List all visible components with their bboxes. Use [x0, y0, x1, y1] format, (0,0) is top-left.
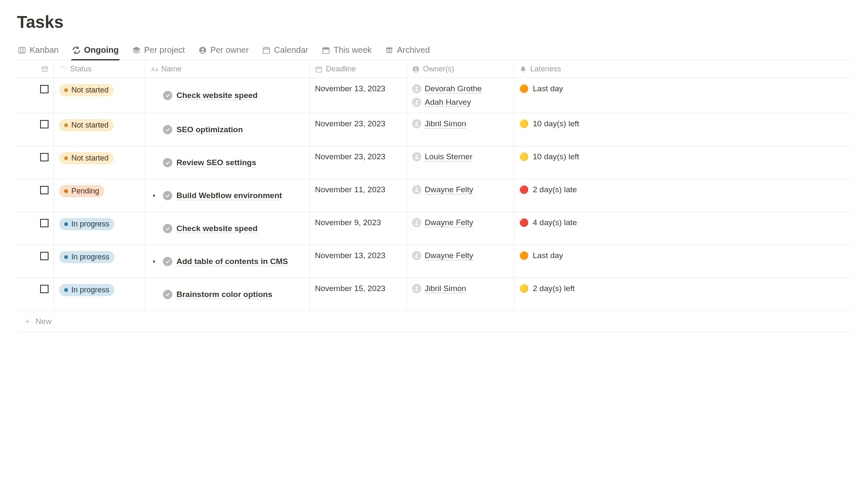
- status-cell[interactable]: In progress: [54, 212, 145, 245]
- owner-chip[interactable]: Adah Harvey: [412, 98, 482, 107]
- owner-cell[interactable]: Devorah GrotheAdah Harvey: [407, 78, 514, 113]
- owner-cell[interactable]: Louis Sterner: [407, 146, 514, 179]
- deadline-text: November 23, 2023: [315, 119, 385, 128]
- deadline-cell[interactable]: November 13, 2023: [310, 245, 407, 278]
- deadline-text: November 11, 2023: [315, 185, 385, 194]
- deadline-cell[interactable]: November 13, 2023: [310, 78, 407, 113]
- name-cell[interactable]: SEO optimization: [145, 113, 310, 146]
- svg-point-24: [416, 221, 418, 223]
- column-header-label: Owner(s): [423, 65, 454, 74]
- row-checkbox[interactable]: [40, 219, 49, 227]
- owner-list: Louis Sterner: [412, 152, 472, 161]
- owner-cell[interactable]: Dwayne Felty: [407, 179, 514, 212]
- name-cell[interactable]: Brainstorm color options: [145, 278, 310, 311]
- plus-icon: [24, 318, 31, 325]
- tab-ongoing[interactable]: Ongoing: [71, 42, 119, 60]
- owner-list: Jibril Simon: [412, 119, 466, 128]
- name-cell[interactable]: Add table of contents in CMS: [145, 245, 310, 278]
- row-checkbox[interactable]: [40, 153, 49, 161]
- check-circle-icon: [163, 290, 172, 299]
- column-header-owners[interactable]: Owner(s): [407, 60, 514, 78]
- status-cell[interactable]: In progress: [54, 278, 145, 311]
- deadline-cell[interactable]: November 15, 2023: [310, 278, 407, 311]
- owner-chip[interactable]: Dwayne Felty: [412, 218, 473, 227]
- column-header-lateness[interactable]: Lateness: [514, 60, 851, 78]
- owner-chip[interactable]: Jibril Simon: [412, 119, 466, 128]
- deadline-cell[interactable]: November 11, 2023: [310, 179, 407, 212]
- row-checkbox[interactable]: [40, 120, 49, 128]
- owner-cell[interactable]: Dwayne Felty: [407, 212, 514, 245]
- lateness-cell: 🟠Last day: [514, 245, 851, 278]
- row-checkbox[interactable]: [40, 186, 49, 194]
- name-cell[interactable]: Build Webflow environment: [145, 179, 310, 212]
- deadline-cell[interactable]: November 23, 2023: [310, 146, 407, 179]
- column-header-name[interactable]: Name: [145, 60, 310, 78]
- svg-point-11: [65, 71, 65, 71]
- status-cell[interactable]: Pending: [54, 179, 145, 212]
- table-row[interactable]: PendingBuild Webflow environmentNovember…: [17, 179, 851, 212]
- status-cell[interactable]: Not started: [54, 113, 145, 146]
- table-row[interactable]: Not startedReview SEO settingsNovember 2…: [17, 146, 851, 179]
- task-name-link[interactable]: Build Webflow environment: [176, 191, 282, 200]
- row-checkbox[interactable]: [40, 285, 49, 293]
- task-name-link[interactable]: Review SEO settings: [176, 158, 256, 167]
- tab-archived[interactable]: Archived: [384, 42, 431, 60]
- lateness-value: 🔴4 day(s) late: [519, 218, 577, 227]
- deadline-text: November 13, 2023: [315, 251, 385, 260]
- task-name-link[interactable]: Add table of contents in CMS: [176, 257, 288, 266]
- owner-chip[interactable]: Louis Sterner: [412, 152, 472, 161]
- table-row[interactable]: Not startedSEO optimizationNovember 23, …: [17, 113, 851, 146]
- column-header-deadline[interactable]: Deadline: [310, 60, 407, 78]
- table-row[interactable]: Not startedCheck website speedNovember 1…: [17, 78, 851, 113]
- owner-chip[interactable]: Dwayne Felty: [412, 185, 473, 194]
- tab-label: Kanban: [30, 45, 59, 55]
- tab-per-owner[interactable]: Per owner: [198, 42, 250, 60]
- row-checkbox-cell: [17, 179, 54, 212]
- row-checkbox[interactable]: [40, 85, 49, 93]
- table-row[interactable]: In progressAdd table of contents in CMSN…: [17, 245, 851, 278]
- owner-chip[interactable]: Devorah Grothe: [412, 84, 482, 93]
- avatar-icon: [412, 98, 421, 107]
- new-row-button[interactable]: New: [17, 311, 851, 332]
- task-name-link[interactable]: Brainstorm color options: [176, 290, 272, 299]
- name-cell[interactable]: Check website speed: [145, 212, 310, 245]
- task-name-link[interactable]: Check website speed: [176, 91, 258, 100]
- column-header-label: Deadline: [326, 65, 356, 74]
- owner-chip[interactable]: Jibril Simon: [412, 284, 466, 293]
- tab-this-week[interactable]: This week: [321, 42, 372, 60]
- check-circle-icon: [163, 191, 172, 200]
- tab-kanban[interactable]: Kanban: [17, 42, 60, 60]
- status-cell[interactable]: Not started: [54, 78, 145, 113]
- svg-point-15: [60, 66, 62, 68]
- lateness-value: 🟡10 day(s) left: [519, 119, 579, 128]
- expand-toggle[interactable]: [150, 192, 158, 199]
- lateness-indicator-icon: 🟡: [519, 152, 529, 161]
- status-cell[interactable]: Not started: [54, 146, 145, 179]
- name-cell[interactable]: Review SEO settings: [145, 146, 310, 179]
- row-checkbox[interactable]: [40, 252, 49, 260]
- table-row[interactable]: In progressBrainstorm color optionsNovem…: [17, 278, 851, 311]
- owner-cell[interactable]: Jibril Simon: [407, 278, 514, 311]
- status-cell[interactable]: In progress: [54, 245, 145, 278]
- name-cell[interactable]: Check website speed: [145, 78, 310, 113]
- status-label: Not started: [71, 121, 108, 130]
- expand-toggle[interactable]: [150, 258, 158, 265]
- owner-name: Jibril Simon: [425, 284, 466, 293]
- column-header-status[interactable]: Status: [54, 60, 145, 78]
- lateness-indicator-icon: 🟡: [519, 284, 529, 293]
- owner-cell[interactable]: Jibril Simon: [407, 113, 514, 146]
- task-name-link[interactable]: SEO optimization: [176, 125, 243, 134]
- column-header-label: Status: [70, 65, 92, 74]
- deadline-cell[interactable]: November 9, 2023: [310, 212, 407, 245]
- lateness-indicator-icon: 🟠: [519, 251, 529, 260]
- avatar-icon: [412, 119, 421, 128]
- deadline-cell[interactable]: November 23, 2023: [310, 113, 407, 146]
- task-name-link[interactable]: Check website speed: [176, 224, 258, 233]
- owner-cell[interactable]: Dwayne Felty: [407, 245, 514, 278]
- status-pill: Not started: [59, 84, 114, 96]
- column-header-archive[interactable]: [17, 60, 54, 78]
- table-row[interactable]: In progressCheck website speedNovember 9…: [17, 212, 851, 245]
- tab-per-project[interactable]: Per project: [131, 42, 186, 60]
- owner-chip[interactable]: Dwayne Felty: [412, 251, 473, 260]
- tab-calendar[interactable]: Calendar: [261, 42, 309, 60]
